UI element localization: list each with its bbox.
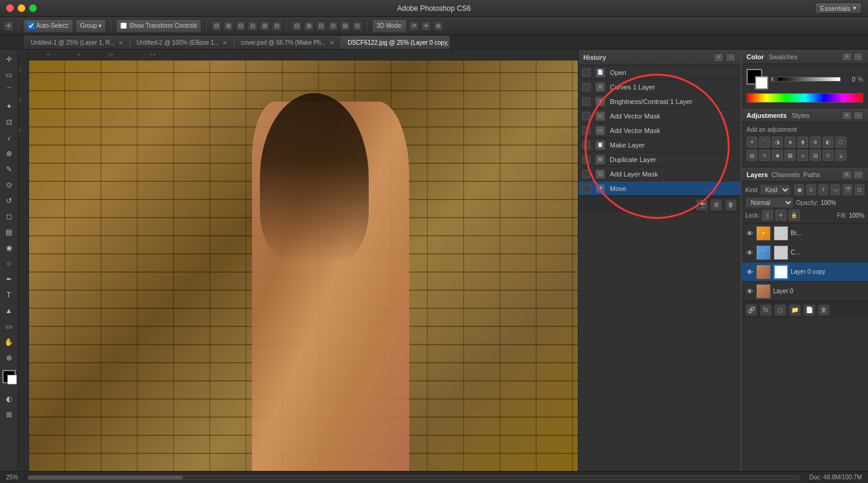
tab-3[interactable]: DSCF6122.jpg @ 25% (Layer 0 copy, Layer … [341,36,450,49]
dodge-tool[interactable]: ○ [2,256,16,271]
layer-eye-1[interactable]: 👁 [745,249,754,256]
path-select-tool[interactable]: ▲ [2,303,16,318]
text-tool[interactable]: T [2,288,16,302]
new-group-btn[interactable]: 📁 [789,304,801,316]
layer-eye-0[interactable]: 👁 [745,230,754,237]
maximize-button[interactable] [29,4,37,12]
adj-tab[interactable]: Adjustments [747,112,787,119]
color-panel-collapse[interactable]: − [853,53,863,61]
layers-panel-menu[interactable]: ≡ [842,170,852,179]
paths-tab[interactable]: Paths [803,171,820,178]
scroll-thumb[interactable] [28,476,183,479]
tab-2-close[interactable]: ✕ [329,40,334,46]
background-color[interactable] [755,76,768,89]
align-left-icon[interactable]: ⊟ [212,21,221,31]
history-item-0[interactable]: 📄 Open [578,65,740,80]
history-item-6[interactable]: ⧉ Duplicate Layer [578,152,740,167]
tab-1[interactable]: Untitled-2 @ 100% (Ellipse 1... ✕ [130,36,234,49]
layers-tab[interactable]: Layers [747,171,768,178]
layer-filter-shape-icon[interactable]: ▭ [831,184,840,195]
history-item-4[interactable]: ▭ Add Vector Mask [578,123,740,138]
distribute-right-icon[interactable]: ⊟ [316,21,326,31]
channels-tab[interactable]: Channels [771,171,799,178]
wand-tool[interactable]: ✦ [2,99,16,114]
lock-all-icon[interactable]: 🔒 [789,210,800,221]
auto-select-btn[interactable]: Auto-Select: [24,19,73,33]
layer-filter-smart-icon[interactable]: 🎬 [843,184,852,195]
layer-filter-toggle[interactable]: ⊡ [855,184,864,195]
marquee-tool[interactable]: ▭ [2,68,16,82]
layer-filter-text-icon[interactable]: T [818,184,828,195]
swatches-tab[interactable]: Swatches [769,53,798,60]
heal-tool[interactable]: ⊕ [2,146,16,161]
add-mask-btn[interactable]: ◻ [774,304,786,316]
3d-orbit-icon[interactable]: ⟳ [409,21,419,31]
hsl-adj-icon[interactable]: ⧫ [797,137,808,147]
shape-tool[interactable]: ▭ [2,319,16,334]
align-right-icon[interactable]: ⊟ [236,21,245,31]
scroll-bar[interactable] [28,475,800,480]
photo-canvas[interactable] [29,60,578,471]
adj-panel-collapse[interactable]: − [853,111,863,120]
transform-controls-btn[interactable]: Show Transform Controls [116,19,201,33]
tab-0[interactable]: Untitled-1 @ 25% (Layer 1, R... ✕ [24,36,130,49]
layer-filter-pixel-icon[interactable]: ◼ [794,184,804,195]
channel-mixer-icon[interactable]: ▤ [747,150,757,161]
delete-layer-btn[interactable]: 🗑 [818,304,830,316]
history-brush-tool[interactable]: ↺ [2,193,16,208]
eraser-tool[interactable]: ◻ [2,209,16,224]
color-spectrum[interactable] [747,93,863,103]
zoom-tool[interactable]: ⊕ [2,351,16,365]
brush-tool[interactable]: ✎ [2,162,16,177]
styles-tab[interactable]: Styles [792,112,810,119]
history-item-8[interactable]: ✛ Move [578,181,740,196]
vibrance-adj-icon[interactable]: ◈ [785,137,795,147]
posterize-adj-icon[interactable]: ▦ [785,150,795,161]
move-tool[interactable]: ✛ [2,52,16,66]
pen-tool[interactable]: ✒ [2,272,16,287]
clone-tool[interactable]: ⊙ [2,178,16,192]
k-slider[interactable] [777,77,841,82]
tab-0-close[interactable]: ✕ [118,40,123,46]
lock-pixels-icon[interactable]: ⣿ [762,210,773,221]
crop-tool[interactable]: ⊡ [2,115,16,129]
lasso-tool[interactable]: ⌒ [2,83,16,98]
brightness-adj-icon[interactable]: ☀ [747,137,757,147]
move-tool-icon[interactable]: ✛ [4,21,13,31]
align-top-icon[interactable]: ⊟ [248,21,257,31]
align-center-v-icon[interactable]: ⊞ [260,21,270,31]
blur-tool[interactable]: ◉ [2,241,16,255]
levels-icon[interactable]: ⩣ [835,150,846,161]
bw-adj-icon[interactable]: ◐ [823,137,834,147]
exposure-adj-icon[interactable]: ◑ [772,137,783,147]
align-bottom-icon[interactable]: ⊟ [272,21,282,31]
foreground-color-swatch[interactable] [2,370,16,383]
history-item-5[interactable]: 📋 Make Layer [578,138,740,152]
layer-item-3[interactable]: 👁 Layer 0 [742,282,868,301]
photo-filter-icon[interactable]: ⬡ [835,137,846,147]
tab-2[interactable]: cover.psd @ 66.7% (Make Ph... ✕ [234,36,341,49]
align-center-h-icon[interactable]: ⊞ [224,21,233,31]
color-panel-menu[interactable]: ≡ [842,53,852,61]
history-panel-collapse[interactable]: − [726,53,736,62]
layers-panel-collapse[interactable]: − [853,170,863,179]
colorbalance-adj-icon[interactable]: ⊕ [810,137,821,147]
layer-item-0[interactable]: 👁 ☀ Br... [742,224,868,243]
link-layers-btn[interactable]: 🔗 [745,304,757,316]
transform-checkbox[interactable] [120,22,127,29]
eyedropper-tool[interactable]: 𝒾 [2,131,16,145]
create-snapshot-btn[interactable]: 📷 [696,199,708,211]
history-item-3[interactable]: ▭ Add Vector Mask [578,109,740,123]
color-tab[interactable]: Color [747,53,764,60]
distribute-center-v-icon[interactable]: ⊞ [340,21,350,31]
gradient-map-icon[interactable]: ▤ [810,150,821,161]
layer-item-2[interactable]: 👁 Layer 0 copy [742,262,868,282]
threshold-adj-icon[interactable]: ⊿ [797,150,808,161]
layer-filter-adj-icon[interactable]: ⊙ [806,184,816,195]
kind-dropdown[interactable]: Kind [760,184,791,195]
distribute-left-icon[interactable]: ⊟ [292,21,302,31]
blend-mode-dropdown[interactable]: Normal [745,197,794,208]
screen-mode-tool[interactable]: ⊞ [2,407,16,422]
minimize-button[interactable] [18,4,25,12]
distribute-top-icon[interactable]: ⊟ [328,21,338,31]
